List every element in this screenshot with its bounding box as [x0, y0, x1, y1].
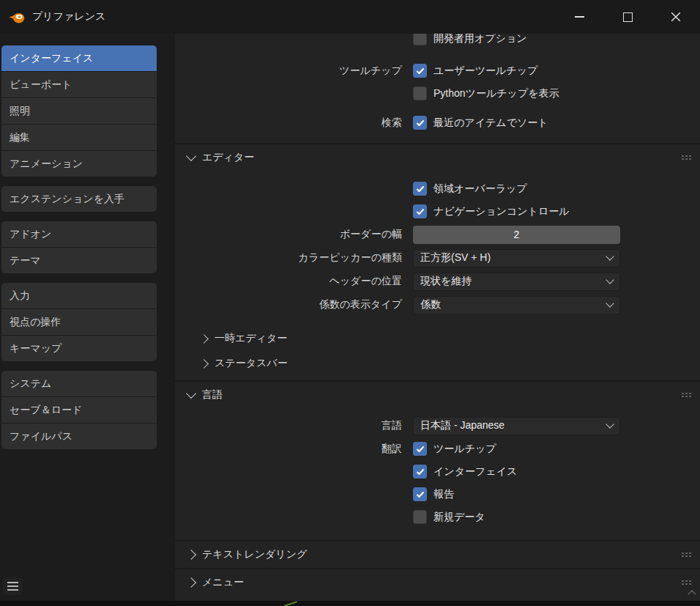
sidebar-item-themes[interactable]: テーマ: [1, 248, 157, 273]
dev-option-row: 開発者用オプション: [175, 34, 700, 50]
panel-drag-handle[interactable]: [681, 155, 693, 160]
panel-drag-handle[interactable]: [681, 580, 693, 585]
translate-interface-checkbox[interactable]: [413, 465, 427, 478]
factor-display-select[interactable]: 係数: [413, 296, 620, 314]
window-title: プリファレンス: [32, 10, 105, 23]
developer-options-label: 開発者用オプション: [433, 34, 527, 45]
sidebar-item-save-load[interactable]: セーブ＆ロード: [1, 397, 157, 423]
color-picker-type-label: カラーピッカーの種類: [175, 251, 402, 265]
language-row: 言語 日本語 - Japanese: [175, 414, 700, 437]
window-controls: [555, 0, 700, 34]
sort-by-recent-checkbox[interactable]: [413, 116, 427, 130]
subpanel-temporary-editors[interactable]: 一時エディター: [175, 326, 700, 351]
sort-by-recent-label: 最近のアイテムでソート: [433, 117, 548, 130]
editor-type-menu-button[interactable]: [3, 577, 22, 595]
window-bottom-edge: [0, 601, 700, 606]
sidebar-item-navigation[interactable]: 視点の操作: [1, 309, 157, 335]
language-label: 言語: [175, 419, 402, 432]
blender-logo-icon: [9, 11, 25, 23]
python-tooltips-label: Pythonツールチップを表示: [433, 87, 559, 100]
language-select[interactable]: 日本語 - Japanese: [413, 417, 620, 435]
chevron-right-icon: [186, 577, 196, 588]
sidebar-item-input[interactable]: 入力: [1, 283, 157, 308]
chevron-down-icon: [606, 252, 614, 260]
nav-group-interface: インターフェイス ビューポート 照明 編集 アニメーション: [1, 45, 157, 177]
translate-interface-label: インターフェイス: [433, 465, 517, 478]
navigation-controls-checkbox[interactable]: [413, 204, 427, 218]
section-title-menus: メニュー: [202, 576, 244, 589]
prefs-content: 開発者用オプション ツールチップ ユーザーツールチップ: [175, 34, 700, 601]
sidebar-item-lights[interactable]: 照明: [1, 98, 157, 124]
sidebar-item-animation[interactable]: アニメーション: [1, 151, 157, 177]
sidebar-item-keymap[interactable]: キーマップ: [1, 336, 157, 361]
header-position-label: ヘッダーの位置: [175, 275, 402, 288]
color-picker-type-row: カラーピッカーの種類 正方形(SV + H): [175, 246, 700, 270]
section-header-menus[interactable]: メニュー: [175, 569, 700, 596]
sidebar-item-get-extensions[interactable]: エクステンションを入手: [1, 186, 157, 212]
translate-tooltips-row: 翻訳 ツールチップ: [175, 437, 700, 460]
sidebar-item-editing[interactable]: 編集: [1, 125, 157, 150]
python-tooltips-checkbox[interactable]: [413, 86, 427, 100]
section-title-text-rendering: テキストレンダリング: [202, 548, 307, 561]
translate-label: 翻訳: [175, 443, 402, 456]
border-width-label: ボーダーの幅: [175, 228, 402, 241]
user-tooltips-row: ツールチップ ユーザーツールチップ: [175, 59, 700, 82]
nav-group-system: システム セーブ＆ロード ファイルパス: [1, 371, 157, 449]
header-position-select[interactable]: 現状を維持: [413, 273, 620, 291]
python-tooltips-row: Pythonツールチップを表示: [175, 82, 700, 105]
sidebar-item-viewport[interactable]: ビューポート: [1, 72, 157, 97]
header-position-value: 現状を維持: [420, 275, 472, 288]
chevron-down-icon: [186, 151, 196, 161]
sidebar-item-file-paths[interactable]: ファイルパス: [1, 424, 157, 449]
chevron-right-icon: [199, 359, 209, 369]
translate-new-data-row: 新規データ: [175, 506, 700, 528]
maximize-icon: [623, 12, 633, 22]
header-position-row: ヘッダーの位置 現状を維持: [175, 270, 700, 293]
border-width-row: ボーダーの幅 2: [175, 223, 700, 246]
maximize-button[interactable]: [603, 0, 652, 34]
nav-group-input: 入力 視点の操作 キーマップ: [1, 283, 157, 361]
region-overlap-row: 領域オーバーラップ: [175, 177, 700, 200]
user-tooltips-label: ユーザーツールチップ: [433, 64, 537, 78]
translate-reports-label: 報告: [433, 488, 454, 501]
prefs-sidebar: インターフェイス ビューポート 照明 編集 アニメーション エクステンションを入…: [0, 34, 175, 601]
viewport-line: [284, 601, 297, 606]
panel-drag-handle[interactable]: [681, 392, 693, 398]
factor-display-value: 係数: [420, 298, 441, 311]
border-width-field[interactable]: 2: [413, 226, 620, 244]
section-header-language[interactable]: 言語: [175, 382, 700, 408]
tooltips-label: ツールチップ: [175, 64, 402, 78]
translate-reports-checkbox[interactable]: [413, 487, 427, 501]
close-button[interactable]: [652, 0, 700, 34]
section-title-language: 言語: [202, 388, 223, 402]
titlebar[interactable]: プリファレンス: [0, 0, 700, 34]
chevron-down-icon: [606, 299, 614, 307]
language-value: 日本語 - Japanese: [420, 419, 504, 432]
subpanel-status-bar[interactable]: ステータスバー: [175, 351, 700, 376]
section-header-text-rendering[interactable]: テキストレンダリング: [175, 542, 700, 568]
nav-group-addons: アドオン テーマ: [1, 221, 157, 273]
nav-group-extensions: エクステンションを入手: [1, 186, 157, 212]
minimize-button[interactable]: [555, 0, 603, 34]
chevron-down-icon: [606, 276, 614, 284]
translate-tooltips-checkbox[interactable]: [413, 442, 427, 456]
translate-interface-row: インターフェイス: [175, 460, 700, 483]
color-picker-type-select[interactable]: 正方形(SV + H): [413, 249, 620, 267]
sidebar-item-system[interactable]: システム: [1, 371, 157, 396]
translate-new-data-checkbox[interactable]: [413, 510, 427, 524]
region-overlap-label: 領域オーバーラップ: [433, 182, 527, 196]
factor-display-label: 係数の表示タイプ: [175, 298, 402, 311]
chevron-down-icon: [606, 420, 614, 428]
sidebar-item-addons[interactable]: アドオン: [1, 221, 157, 247]
navigation-controls-row: ナビゲーションコントロール: [175, 200, 700, 223]
translate-tooltips-label: ツールチップ: [433, 443, 496, 456]
navigation-controls-label: ナビゲーションコントロール: [433, 205, 570, 218]
user-tooltips-checkbox[interactable]: [413, 64, 427, 78]
section-title-editors: エディター: [202, 151, 254, 164]
developer-options-checkbox[interactable]: [413, 34, 427, 45]
panel-drag-handle[interactable]: [681, 552, 693, 558]
sidebar-item-interface[interactable]: インターフェイス: [1, 45, 157, 71]
region-overlap-checkbox[interactable]: [413, 182, 427, 196]
section-header-editors[interactable]: エディター: [175, 144, 700, 171]
chevron-right-icon: [199, 334, 209, 344]
